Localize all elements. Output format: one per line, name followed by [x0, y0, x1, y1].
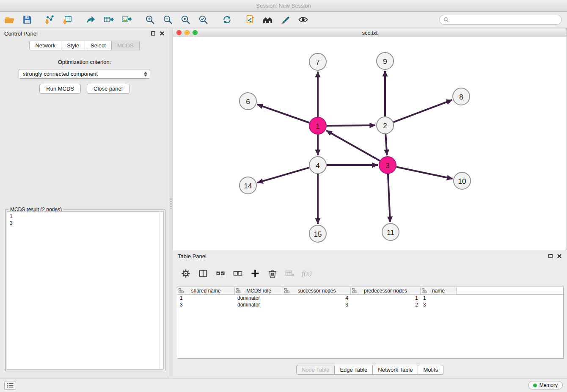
run-mcds-button[interactable]: Run MCDS: [39, 84, 81, 94]
zoom-fit-icon[interactable]: [179, 14, 191, 26]
eye-icon[interactable]: [297, 14, 309, 26]
save-icon[interactable]: [21, 14, 33, 26]
close-panel-button[interactable]: Close panel: [87, 84, 129, 94]
add-row-icon[interactable]: [250, 268, 261, 279]
result-scrollbar[interactable]: [160, 212, 163, 369]
node-9[interactable]: 9: [377, 52, 394, 69]
edge-4-14[interactable]: [257, 168, 309, 183]
node-1[interactable]: 1: [309, 117, 326, 134]
float-panel-icon[interactable]: [151, 31, 156, 36]
node-10[interactable]: 10: [454, 172, 471, 189]
mcds-result-list[interactable]: 13: [7, 211, 164, 370]
delete-table-icon[interactable]: [284, 268, 295, 279]
column-header-predecessor-nodes[interactable]: predecessor nodes: [351, 287, 421, 294]
import-network-icon[interactable]: [43, 14, 55, 26]
column-header-successor-nodes[interactable]: successor nodes: [283, 287, 351, 294]
export-table-icon[interactable]: [102, 14, 114, 26]
search-input[interactable]: [451, 17, 558, 23]
select-all-icon[interactable]: [215, 268, 226, 279]
edge-3-11[interactable]: [388, 174, 390, 222]
node-2[interactable]: 2: [377, 117, 394, 134]
node-11[interactable]: 11: [382, 224, 399, 240]
node-8[interactable]: 8: [453, 88, 470, 105]
cell-mcds-role[interactable]: dominator: [235, 302, 283, 308]
cell-successor-nodes[interactable]: 4: [283, 295, 351, 301]
first-neighbors-icon[interactable]: [261, 14, 273, 26]
cell-mcds-role[interactable]: dominator: [235, 295, 283, 301]
function-builder-icon[interactable]: f(x): [302, 269, 312, 278]
column-header-mcds-role[interactable]: MCDS role: [235, 287, 283, 294]
svg-text:8: 8: [459, 93, 463, 101]
main-area: Control Panel NetworkStyleSelectMCDS Opt…: [0, 28, 567, 378]
close-panel-icon[interactable]: [160, 31, 165, 36]
optimization-label: Optimization criterion:: [0, 59, 169, 65]
import-table-icon[interactable]: [61, 14, 73, 26]
zoom-in-icon[interactable]: [144, 14, 156, 26]
edge-2-3[interactable]: [385, 134, 387, 155]
zoom-selected-icon[interactable]: [197, 14, 209, 26]
column-chooser-icon[interactable]: [198, 268, 209, 279]
memory-button[interactable]: Memory: [528, 381, 563, 389]
table-row[interactable]: 1dominator411: [177, 295, 563, 301]
export-network-icon[interactable]: [85, 14, 96, 26]
cell-name[interactable]: 1: [421, 295, 457, 301]
column-label: name: [432, 288, 445, 294]
edge-3-1[interactable]: [326, 130, 380, 160]
mcds-panel-body: Optimization criterion: strongly connect…: [0, 50, 169, 94]
node-6[interactable]: 6: [239, 93, 256, 110]
edge-1-2[interactable]: [327, 125, 375, 126]
float-table-panel-icon[interactable]: [548, 254, 553, 259]
cell-shared-name[interactable]: 1: [177, 295, 235, 301]
svg-text:3: 3: [385, 162, 389, 170]
node-7[interactable]: 7: [309, 53, 326, 70]
export-toolbar-group: [85, 14, 132, 26]
tab-select[interactable]: Select: [85, 41, 112, 50]
close-window-button[interactable]: ×: [176, 30, 182, 35]
column-header-name[interactable]: name: [421, 287, 457, 294]
search-field[interactable]: [439, 15, 562, 25]
minimize-window-button[interactable]: −: [184, 30, 190, 35]
copy-document-icon[interactable]: [244, 14, 256, 26]
criterion-dropdown[interactable]: strongly connected component: [19, 69, 150, 79]
node-14[interactable]: 14: [239, 177, 256, 194]
close-table-panel-icon[interactable]: [557, 254, 562, 259]
edge-3-10[interactable]: [396, 167, 453, 179]
tab-motifs[interactable]: Motifs: [418, 365, 443, 375]
deselect-all-icon[interactable]: [232, 268, 243, 279]
network-window: × − + scc.txt 7968123410141511: [173, 28, 567, 250]
tab-style[interactable]: Style: [61, 41, 85, 50]
open-folder-icon[interactable]: [3, 14, 15, 26]
status-list-button[interactable]: [4, 381, 16, 390]
graphics-details-icon[interactable]: [279, 14, 291, 26]
edge-1-6[interactable]: [257, 105, 310, 123]
node-3[interactable]: 3: [379, 157, 396, 174]
table-row[interactable]: 3dominator323: [177, 301, 563, 308]
tab-mcds[interactable]: MCDS: [112, 41, 139, 50]
zoom-out-icon[interactable]: [162, 14, 173, 26]
view-toolbar-group: [244, 14, 309, 26]
cell-shared-name[interactable]: 3: [177, 302, 235, 308]
maximize-window-button[interactable]: +: [193, 30, 198, 35]
node-15[interactable]: 15: [309, 225, 326, 242]
tab-network[interactable]: Network: [29, 41, 61, 50]
column-tree-icon: [284, 288, 289, 293]
node-4[interactable]: 4: [309, 157, 326, 174]
column-header-shared-name[interactable]: shared name: [177, 287, 235, 294]
svg-text:1: 1: [316, 122, 319, 130]
export-image-icon[interactable]: [120, 14, 132, 26]
panel-divider[interactable]: [169, 28, 173, 378]
refresh-icon[interactable]: [221, 14, 233, 26]
tab-edge-table[interactable]: Edge Table: [335, 365, 373, 375]
cell-predecessor-nodes[interactable]: 1: [351, 295, 421, 301]
cell-predecessor-nodes[interactable]: 2: [351, 302, 421, 308]
cell-successor-nodes[interactable]: 3: [283, 302, 351, 308]
edge-2-8[interactable]: [394, 100, 452, 122]
settings-gear-icon[interactable]: [180, 268, 191, 279]
main-toolbar: [0, 12, 567, 28]
tab-network-table[interactable]: Network Table: [373, 365, 418, 375]
control-panel-title: Control Panel: [4, 30, 38, 37]
tab-node-table[interactable]: Node Table: [296, 365, 335, 375]
delete-row-icon[interactable]: [267, 268, 278, 279]
network-canvas[interactable]: 7968123410141511: [173, 37, 567, 250]
cell-name[interactable]: 3: [421, 302, 457, 308]
